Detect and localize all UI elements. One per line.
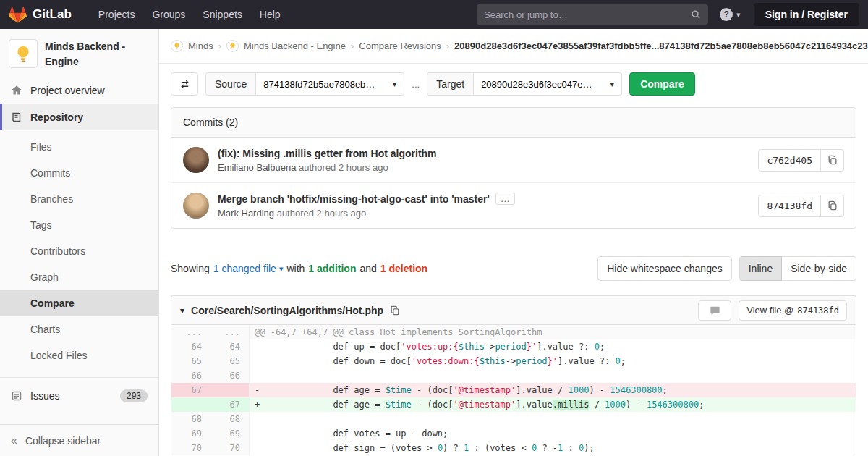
navbar-menu: Projects Groups Snippets Help	[90, 4, 289, 25]
commits-panel-header: Commits (2)	[171, 108, 856, 138]
commit-sha[interactable]: 874138fd	[758, 195, 821, 217]
old-line-number[interactable]: ...	[171, 325, 210, 339]
author-avatar[interactable]	[183, 147, 209, 173]
new-line-number[interactable]: 70	[210, 441, 250, 455]
group-avatar[interactable]	[171, 40, 183, 52]
breadcrumb-project-link[interactable]: Minds Backend - Engine	[244, 41, 346, 51]
swap-revisions-button[interactable]	[171, 72, 198, 96]
compare-button[interactable]: Compare	[629, 72, 695, 96]
commit-info: Merge branch 'hotfix/missing-hot-algo-ca…	[218, 193, 515, 219]
sidebar-item-project-overview[interactable]: Project overview	[0, 77, 158, 104]
copy-sha-button[interactable]	[821, 149, 844, 172]
new-line-number[interactable]: 65	[210, 354, 250, 368]
diff-line: 7070 def sign = (votes > 0) ? 1 : (votes…	[171, 441, 856, 455]
view-file-button[interactable]: View file @ 874138fd	[739, 300, 847, 321]
new-line-number[interactable]: 68	[210, 412, 250, 426]
project-avatar	[9, 39, 38, 68]
expand-commit-message-button[interactable]: …	[495, 193, 515, 205]
inline-view-button[interactable]: Inline	[739, 256, 782, 281]
project-context[interactable]: Minds Backend - Engine	[0, 29, 158, 77]
diff-summary-row: Showing 1 changed file ▾ with 1 addition…	[171, 256, 856, 281]
help-menu[interactable]: ? ▾	[720, 8, 741, 21]
nav-snippets[interactable]: Snippets	[195, 4, 250, 25]
sidebar-item-charts[interactable]: Charts	[0, 316, 158, 342]
commit-sha[interactable]: c762d405	[758, 149, 821, 172]
copy-file-path-button[interactable]	[390, 305, 400, 316]
main-content: Minds › Minds Backend - Engine › Compare…	[159, 29, 868, 456]
source-group: Source 874138fd72b5ae7808eb… ▾	[205, 72, 404, 96]
changed-files-dropdown[interactable]: 1 changed file ▾	[213, 263, 284, 274]
breadcrumb-compare-link[interactable]: Compare Revisions	[359, 41, 441, 51]
commit-author[interactable]: Emiliano Balbuena	[218, 162, 296, 173]
new-line-number[interactable]: 64	[210, 339, 250, 354]
sidebar-item-repository[interactable]: Repository	[0, 104, 158, 130]
collapse-sidebar-button[interactable]: « Collapse sidebar	[0, 424, 158, 456]
brand-name: GitLab	[33, 7, 72, 22]
chevron-down-icon: ▾	[736, 10, 741, 20]
copy-icon	[390, 305, 400, 316]
nav-help[interactable]: Help	[252, 4, 289, 25]
old-line-number[interactable]: 65	[171, 354, 210, 368]
sidebar-item-graph[interactable]: Graph	[0, 264, 158, 290]
page-content: Source 874138fd72b5ae7808eb… ▾ ... Targe…	[159, 64, 868, 456]
diff-file-path[interactable]: Core/Search/SortingAlgorithms/Hot.php	[191, 305, 383, 316]
sidebar-item-issues[interactable]: Issues 293	[0, 382, 158, 409]
search-input[interactable]	[484, 9, 691, 20]
copy-icon	[827, 200, 838, 211]
sidebar-item-files[interactable]: Files	[0, 134, 158, 160]
sidebar-item-tags[interactable]: Tags	[0, 212, 158, 238]
source-revision-dropdown[interactable]: 874138fd72b5ae7808eb… ▾	[256, 72, 404, 96]
nav-projects[interactable]: Projects	[90, 4, 143, 25]
old-line-number[interactable]	[171, 397, 210, 412]
old-line-number[interactable]: 70	[171, 441, 210, 455]
source-revision-value: 874138fd72b5ae7808eb…	[263, 79, 375, 90]
toggle-comments-button[interactable]	[698, 300, 731, 321]
diff-file-actions: View file @ 874138fd	[698, 300, 847, 321]
sidebar-item-commits[interactable]: Commits	[0, 160, 158, 186]
author-avatar[interactable]	[183, 193, 209, 219]
commit-title[interactable]: Merge branch 'hotfix/missing-hot-algo-ca…	[218, 193, 515, 205]
gitlab-tanuki-icon	[9, 6, 27, 24]
sidebar-item-branches[interactable]: Branches	[0, 186, 158, 212]
collapse-diff-caret-icon[interactable]: ▾	[180, 305, 184, 316]
breadcrumb-separator-icon: ›	[218, 41, 221, 51]
sidebar-item-locked-files[interactable]: Locked Files	[0, 342, 158, 368]
diff-line: 6565 def down = doc['votes:down:{$this->…	[171, 354, 856, 368]
old-line-number[interactable]: 69	[171, 426, 210, 441]
code-line: def up = doc['votes:up:{$this->period}']…	[250, 339, 856, 354]
new-line-number[interactable]: 67	[210, 397, 250, 412]
new-line-number[interactable]: 66	[210, 368, 250, 383]
commit-author[interactable]: Mark Harding	[218, 208, 274, 219]
side-by-side-view-button[interactable]: Side-by-side	[782, 256, 856, 281]
sign-in-button[interactable]: Sign in / Register	[754, 3, 859, 26]
gitlab-home-link[interactable]: GitLab	[9, 6, 72, 24]
old-line-number[interactable]: 66	[171, 368, 210, 383]
compare-form: Source 874138fd72b5ae7808eb… ▾ ... Targe…	[171, 72, 856, 96]
project-avatar-small[interactable]	[226, 40, 239, 52]
commit-title-text: (fix): Missing .millis getter from Hot a…	[218, 148, 437, 159]
sidebar-item-contributors[interactable]: Contributors	[0, 238, 158, 264]
collapse-label: Collapse sidebar	[25, 435, 101, 447]
sidebar-item-compare[interactable]: Compare	[0, 290, 158, 316]
lightbulb-icon	[173, 42, 181, 50]
diff-line: 67- def age = $time - (doc['@timestamp']…	[171, 383, 856, 397]
commit-meta: Emiliano Balbuena authored 2 hours ago	[218, 162, 437, 173]
new-line-number[interactable]: 69	[210, 426, 250, 441]
old-line-number[interactable]: 64	[171, 339, 210, 354]
old-line-number[interactable]: 67	[171, 383, 210, 397]
breadcrumb-separator-icon: ›	[446, 41, 449, 51]
target-revision-dropdown[interactable]: 20890d28e3d6f3ec047e… ▾	[474, 72, 622, 96]
copy-icon	[827, 155, 838, 165]
chevron-down-icon: ▾	[393, 80, 397, 89]
copy-sha-button[interactable]	[821, 195, 844, 217]
old-line-number[interactable]: 68	[171, 412, 210, 426]
hide-whitespace-button[interactable]: Hide whitespace changes	[597, 256, 732, 281]
breadcrumb-group-link[interactable]: Minds	[188, 41, 213, 51]
new-line-number[interactable]: ...	[210, 325, 250, 339]
nav-groups[interactable]: Groups	[144, 4, 193, 25]
new-line-number[interactable]	[210, 383, 250, 397]
commit-title[interactable]: (fix): Missing .millis getter from Hot a…	[218, 148, 437, 159]
global-search	[477, 4, 708, 25]
issues-icon	[11, 390, 22, 402]
comment-icon	[710, 305, 720, 316]
